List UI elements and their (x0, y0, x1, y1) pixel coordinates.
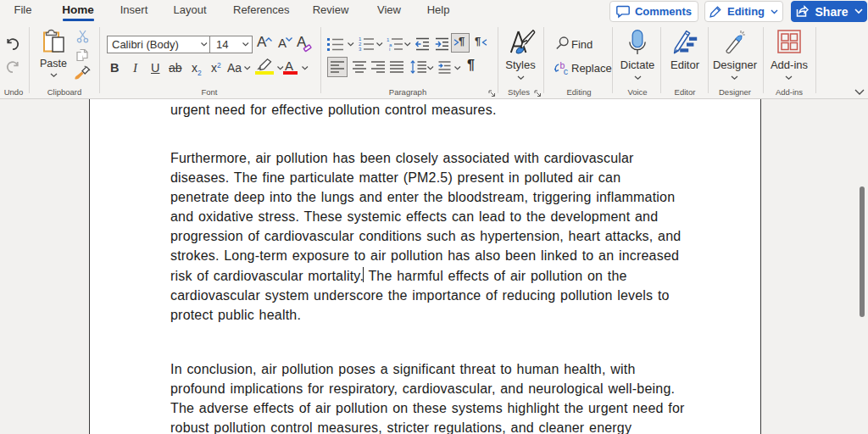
svg-text:3: 3 (359, 47, 362, 52)
svg-text:c: c (564, 66, 568, 76)
svg-text:i: i (389, 47, 390, 52)
